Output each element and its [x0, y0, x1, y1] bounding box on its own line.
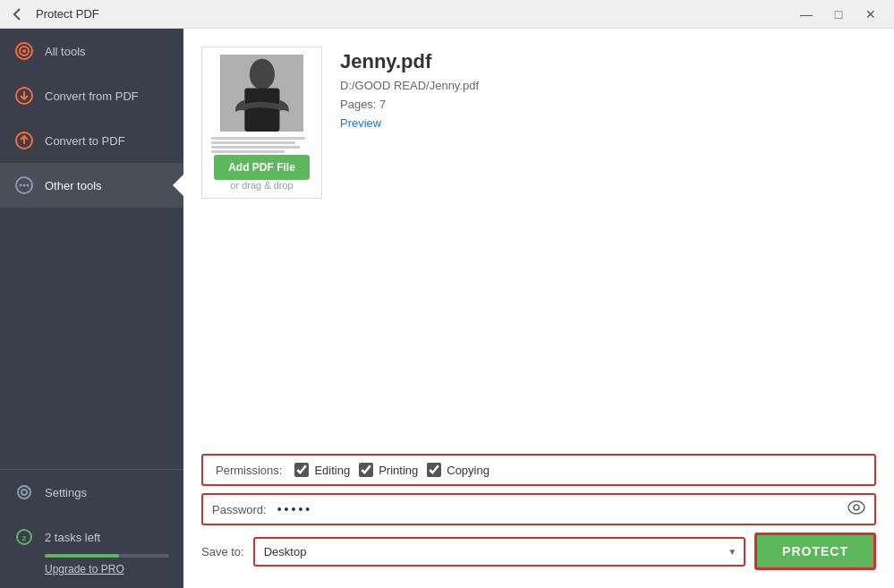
printing-checkbox[interactable] [359, 463, 373, 477]
sidebar-item-convert-from-pdf[interactable]: Convert from PDF [0, 73, 183, 118]
sidebar-bottom: Settings 2 2 tasks left Upgrade to PRO [0, 469, 183, 588]
minimize-button[interactable]: — [794, 4, 819, 24]
file-pages: Pages: 7 [340, 98, 479, 111]
tasks-icon: 2 [14, 527, 34, 547]
convert-to-pdf-icon [14, 131, 34, 150]
tasks-left-label: 2 tasks left [45, 531, 100, 544]
permissions-row: Permissions: Editing Printing Copying [201, 454, 876, 486]
sidebar-item-other-tools[interactable]: Other tools [0, 163, 183, 208]
svg-point-17 [854, 505, 859, 510]
password-label: Password: [212, 503, 267, 516]
printing-group: Printing [359, 463, 418, 477]
file-path: D:/GOOD READ/Jenny.pdf [340, 79, 479, 92]
maximize-button[interactable]: □ [826, 4, 851, 24]
svg-point-6 [20, 184, 22, 187]
all-tools-icon [14, 41, 34, 61]
content-spacer [201, 217, 876, 454]
printing-label: Printing [379, 464, 418, 477]
settings-icon [14, 482, 34, 502]
other-tools-icon [14, 175, 34, 195]
svg-point-7 [23, 184, 26, 187]
editing-checkbox[interactable] [294, 463, 309, 477]
title-bar-title: Protect PDF [36, 7, 794, 21]
progress-fill [45, 554, 119, 558]
bottom-controls: Permissions: Editing Printing Copying Pa… [201, 454, 876, 570]
save-row: Save to: Desktop Documents Downloads Cho… [201, 533, 876, 570]
file-info: Jenny.pdf D:/GOOD READ/Jenny.pdf Pages: … [340, 47, 479, 199]
svg-point-2 [22, 49, 26, 53]
copying-checkbox[interactable] [427, 463, 441, 477]
sidebar: All tools Convert from PDF Convert t [0, 29, 183, 588]
permissions-label: Permissions: [216, 464, 282, 477]
svg-point-10 [21, 490, 27, 495]
sidebar-label-settings: Settings [45, 486, 87, 499]
thumbnail-image [209, 55, 315, 132]
sidebar-label-all-tools: All tools [45, 45, 86, 58]
window-controls: — □ ✕ [794, 4, 883, 24]
upgrade-link[interactable]: Upgrade to PRO [14, 561, 169, 581]
thumbnail-text-lines [209, 135, 314, 155]
sidebar-label-convert-from-pdf: Convert from PDF [45, 89, 139, 103]
title-bar: Protect PDF — □ ✕ [0, 0, 894, 29]
svg-point-14 [250, 59, 275, 89]
close-button[interactable]: ✕ [858, 4, 883, 24]
file-card: Add PDF File or drag & drop Jenny.pdf D:… [201, 47, 876, 199]
save-select-container: Desktop Documents Downloads Choose folde… [253, 537, 745, 567]
tasks-left-section: 2 2 tasks left Upgrade to PRO [0, 515, 183, 584]
add-pdf-button[interactable]: Add PDF File [214, 155, 310, 180]
protect-button[interactable]: PROTECT [754, 533, 876, 570]
svg-point-9 [18, 486, 30, 499]
password-row: Password: [201, 493, 876, 525]
app-body: All tools Convert from PDF Convert t [0, 29, 894, 588]
copying-group: Copying [427, 463, 490, 477]
sidebar-item-settings[interactable]: Settings [0, 470, 183, 515]
content-area: Add PDF File or drag & drop Jenny.pdf D:… [183, 29, 894, 588]
save-to-select[interactable]: Desktop Documents Downloads Choose folde… [253, 537, 745, 567]
password-input[interactable] [277, 502, 840, 516]
file-name: Jenny.pdf [340, 50, 479, 73]
svg-point-8 [27, 184, 30, 187]
sidebar-item-convert-to-pdf[interactable]: Convert to PDF [0, 118, 183, 163]
sidebar-label-other-tools: Other tools [45, 179, 102, 192]
copying-label: Copying [447, 464, 490, 477]
editing-group: Editing [294, 463, 350, 477]
editing-label: Editing [314, 464, 350, 477]
convert-from-pdf-icon [14, 86, 34, 106]
toggle-password-icon[interactable] [847, 500, 865, 518]
sidebar-item-all-tools[interactable]: All tools [0, 29, 183, 73]
svg-rect-15 [244, 89, 279, 132]
svg-text:2: 2 [22, 534, 27, 542]
preview-link[interactable]: Preview [340, 116, 479, 130]
svg-point-16 [848, 501, 864, 514]
file-thumbnail: Add PDF File or drag & drop [201, 47, 322, 199]
progress-bar [45, 554, 169, 558]
back-button[interactable] [11, 7, 25, 21]
drag-drop-label: or drag & drop [230, 180, 293, 191]
save-to-label: Save to: [201, 545, 244, 558]
tasks-left-item: 2 2 tasks left [14, 524, 169, 550]
sidebar-label-convert-to-pdf: Convert to PDF [45, 134, 125, 148]
